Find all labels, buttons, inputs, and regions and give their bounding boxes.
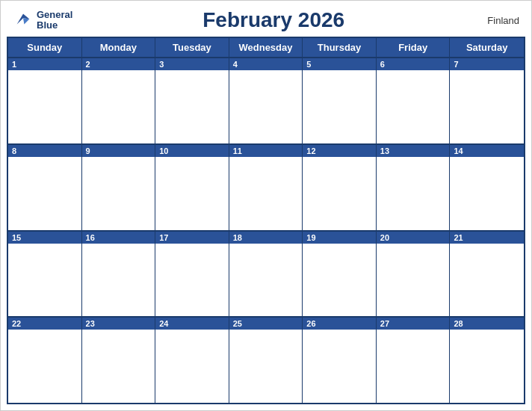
day-3: 3	[155, 58, 229, 143]
calendar-body: 1 2 3 4 5 6 7 8 9 10 11 12 13 14 15 16 1…	[8, 57, 524, 403]
day-22: 22	[8, 318, 82, 403]
week-row-3: 15 16 17 18 19 20 21	[8, 230, 524, 317]
day-13: 13	[377, 145, 451, 230]
day-6: 6	[377, 58, 451, 143]
country-label: Finland	[474, 15, 519, 26]
day-11: 11	[229, 145, 303, 230]
day-28: 28	[450, 318, 524, 403]
day-4: 4	[229, 58, 303, 143]
header-friday: Friday	[377, 38, 451, 57]
day-18: 18	[229, 232, 303, 317]
day-26: 26	[303, 318, 377, 403]
logo-general: General	[37, 10, 72, 20]
day-14: 14	[450, 145, 524, 230]
week-row-1: 1 2 3 4 5 6 7	[8, 57, 524, 143]
logo-icon: General Blue	[13, 10, 72, 31]
header-wednesday: Wednesday	[229, 38, 303, 57]
day-1: 1	[8, 58, 82, 143]
header-tuesday: Tuesday	[155, 38, 229, 57]
logo: General Blue	[13, 10, 72, 31]
week-row-2: 8 9 10 11 12 13 14	[8, 143, 524, 230]
header-saturday: Saturday	[450, 38, 524, 57]
calendar-grid: Sunday Monday Tuesday Wednesday Thursday…	[7, 37, 525, 404]
day-5: 5	[303, 58, 377, 143]
day-headers-row: Sunday Monday Tuesday Wednesday Thursday…	[8, 38, 524, 57]
day-17: 17	[155, 232, 229, 317]
day-24: 24	[155, 318, 229, 403]
day-21: 21	[450, 232, 524, 317]
day-12: 12	[303, 145, 377, 230]
bird-icon	[13, 10, 34, 31]
day-23: 23	[82, 318, 156, 403]
logo-blue: Blue	[37, 20, 72, 31]
day-16: 16	[82, 232, 156, 317]
header-monday: Monday	[82, 38, 156, 57]
day-15: 15	[8, 232, 82, 317]
day-27: 27	[377, 318, 451, 403]
header-sunday: Sunday	[8, 38, 82, 57]
day-7: 7	[450, 58, 524, 143]
svg-marker-1	[23, 18, 29, 24]
day-2: 2	[82, 58, 156, 143]
calendar-title: February 2026	[72, 8, 474, 32]
day-10: 10	[155, 145, 229, 230]
header-thursday: Thursday	[303, 38, 377, 57]
day-20: 20	[377, 232, 451, 317]
day-9: 9	[82, 145, 156, 230]
day-8: 8	[8, 145, 82, 230]
day-25: 25	[229, 318, 303, 403]
week-row-4: 22 23 24 25 26 27 28	[8, 316, 524, 403]
day-19: 19	[303, 232, 377, 317]
calendar-header: General Blue February 2026 Finland	[1, 1, 531, 37]
